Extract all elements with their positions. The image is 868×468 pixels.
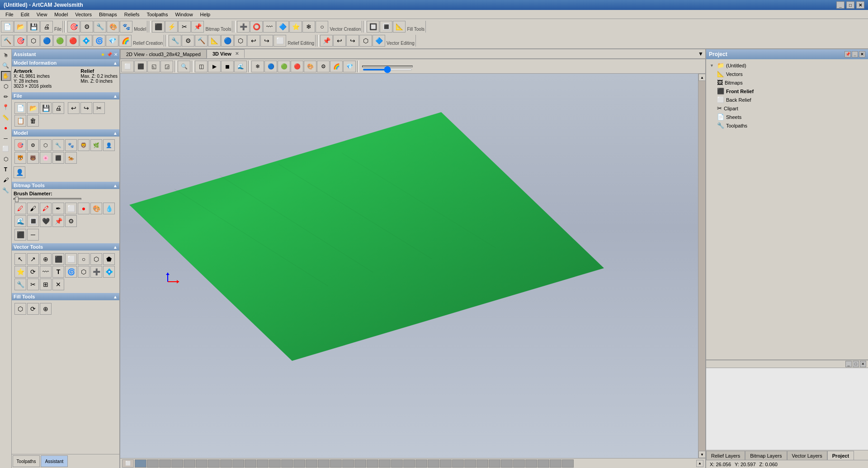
menu-reliefs[interactable]: Reliefs [121, 11, 143, 18]
view-solid[interactable]: ◼ [221, 61, 234, 72]
rpb-minimize[interactable]: _ [845, 361, 852, 367]
tb-print[interactable]: 🖨 [40, 21, 53, 33]
close-button[interactable]: ✕ [856, 1, 864, 9]
view-slider[interactable] [363, 69, 412, 71]
person-icon-btn[interactable]: 👤 [14, 166, 25, 178]
file-btn-2[interactable]: 📂 [27, 102, 39, 114]
bt-1[interactable]: 🖊 [14, 203, 26, 214]
tb-bitmap-3[interactable]: ✂ [178, 21, 191, 33]
cursor-tool[interactable]: 🖱 [1, 50, 11, 60]
tb-redit-5[interactable]: 🔵 [221, 35, 234, 47]
toolpaths-tab[interactable]: Toolpaths [13, 455, 40, 467]
right-panel-pin[interactable]: 📌 [844, 51, 851, 57]
model-section-header[interactable]: Model ▲ [12, 129, 119, 137]
tb-model-2[interactable]: ⚙ [80, 21, 93, 33]
tb-vec-4[interactable]: 🔷 [276, 21, 289, 33]
timeline-cell-22[interactable] [403, 459, 415, 468]
paint-tool[interactable]: ● [1, 123, 11, 133]
poly-tool[interactable]: ⬡ [1, 154, 11, 164]
tab-3dview-close[interactable]: ✕ [235, 51, 239, 56]
view-left[interactable]: ◱ [147, 61, 160, 72]
tab-dropdown[interactable]: ▼ [696, 49, 705, 58]
vt-18[interactable]: ✂ [27, 279, 39, 290]
minimize-button[interactable]: _ [836, 1, 844, 9]
tb-relief-3[interactable]: ⬡ [27, 35, 40, 47]
bt-15[interactable]: ─ [27, 229, 39, 241]
tb-redit-8[interactable]: ↪ [260, 35, 273, 47]
timeline-scroll-up[interactable]: ▲ [696, 460, 703, 467]
maximize-button[interactable]: □ [846, 1, 854, 9]
brush-diameter-slider[interactable] [14, 198, 81, 200]
timeline-cell-0[interactable] [135, 459, 146, 468]
vt-8[interactable]: ⬟ [103, 253, 115, 265]
vt-1[interactable]: ↖ [14, 253, 26, 265]
tb-relief-2[interactable]: 🎯 [14, 35, 27, 47]
tb-redit-3[interactable]: 🔨 [195, 35, 208, 47]
vt-6[interactable]: ○ [78, 253, 90, 265]
view-sphere[interactable]: 🔵 [264, 61, 277, 72]
vt-5[interactable]: ⬜ [65, 253, 77, 265]
timeline-cell-8[interactable] [232, 459, 244, 468]
view-texture[interactable]: 🌊 [234, 61, 247, 72]
fill-tools-header[interactable]: Fill Tools ▲ [12, 293, 119, 300]
scroll-down[interactable]: ▼ [698, 451, 705, 458]
tb-vec-3[interactable]: 〰 [263, 21, 276, 33]
timeline-cell-21[interactable] [391, 459, 403, 468]
tb-relief-4[interactable]: 🔵 [40, 35, 53, 47]
menu-window[interactable]: Window [171, 11, 196, 18]
timeline-cell-16[interactable] [330, 459, 342, 468]
file-btn-4[interactable]: 🖨 [52, 102, 64, 114]
tb-model-5[interactable]: 🐾 [120, 21, 132, 33]
tab-vector-layers[interactable]: Vector Layers [787, 451, 827, 460]
timeline-cell-14[interactable] [306, 459, 317, 468]
tab-2dview[interactable]: 2D View - cloud3_28x42_Mapped [120, 49, 207, 58]
view-green[interactable]: 🟢 [278, 61, 290, 72]
timeline-cell-7[interactable] [220, 459, 232, 468]
file-btn-3[interactable]: 💾 [40, 102, 52, 114]
scroll-track-v[interactable] [698, 81, 705, 451]
timeline-cell-6[interactable] [208, 459, 220, 468]
ft-3[interactable]: ⊕ [40, 303, 52, 315]
view-back[interactable]: ⬛ [134, 61, 147, 72]
tb-vedit-4[interactable]: ⬡ [359, 35, 372, 47]
bt-7[interactable]: 🎨 [90, 203, 102, 214]
bt-9[interactable]: 🌊 [14, 215, 26, 227]
collapse-fill-tools[interactable]: ▲ [113, 294, 118, 299]
timeline-cell-12[interactable] [281, 459, 293, 468]
canvas-scrollbar-right[interactable]: ▲ ▼ [698, 74, 705, 458]
menu-vectors[interactable]: Vectors [71, 11, 95, 18]
tb-bitmap-4[interactable]: 📌 [191, 21, 204, 33]
delete-btn[interactable]: 🗑 [27, 115, 39, 127]
timeline-cell-13[interactable] [293, 459, 305, 468]
right-panel-minimize[interactable]: _ [852, 51, 858, 57]
tb-save[interactable]: 💾 [27, 21, 40, 33]
measure-tool[interactable]: 📏 [1, 113, 11, 123]
settings-tool[interactable]: 🔧 [1, 185, 11, 195]
vt-9[interactable]: ⭐ [14, 266, 26, 278]
tb-redit-9[interactable]: ⬜ [274, 35, 286, 47]
vt-16[interactable]: 💠 [103, 266, 115, 278]
timeline-cell-34[interactable] [550, 459, 561, 468]
bt-6[interactable]: ● [78, 203, 90, 214]
assistant-pin[interactable]: 📌 [107, 52, 112, 57]
timeline-cell-15[interactable] [318, 459, 330, 468]
draw-tool[interactable]: ✏ [1, 92, 11, 102]
model-btn-2[interactable]: ⚙ [27, 139, 39, 151]
timeline-cell-17[interactable] [342, 459, 354, 468]
model-btn-11[interactable]: 🌸 [40, 152, 52, 164]
vt-4[interactable]: ⬛ [52, 253, 64, 265]
pin-tool[interactable]: 📍 [1, 102, 11, 112]
timeline-cell-25[interactable] [440, 459, 452, 468]
rpb-close[interactable]: ✕ [860, 361, 866, 367]
tab-bitmap-layers[interactable]: Bitmap Layers [745, 451, 787, 460]
rect-tool[interactable]: ⬜ [1, 144, 11, 154]
vt-13[interactable]: 🌀 [65, 266, 77, 278]
tb-model-1[interactable]: 🎯 [67, 21, 80, 33]
model-info-header[interactable]: Model Information ▲ [12, 59, 119, 66]
tb-bitmap-2[interactable]: ⚡ [165, 21, 178, 33]
pan-tool[interactable]: ✋ [1, 71, 11, 81]
view-right[interactable]: ◲ [160, 61, 173, 72]
assistant-close[interactable]: ✕ [114, 52, 118, 57]
vt-14[interactable]: ⬡ [78, 266, 90, 278]
vector-tools-header[interactable]: Vector Tools ▲ [12, 243, 119, 251]
